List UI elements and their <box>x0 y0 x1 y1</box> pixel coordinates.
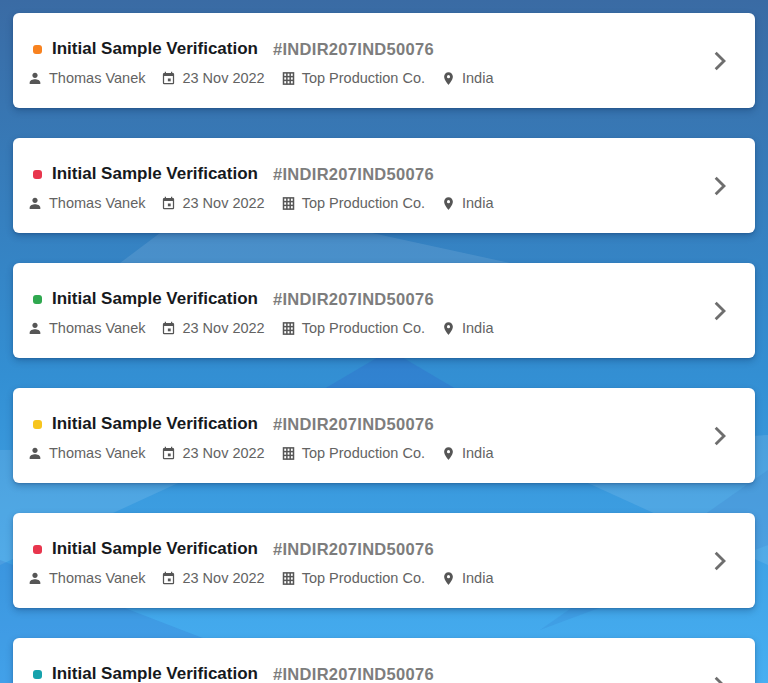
status-dot <box>33 45 42 54</box>
date-meta: 23 Nov 2022 <box>161 195 264 211</box>
company-name: Top Production Co. <box>302 195 425 211</box>
owner-meta: Thomas Vanek <box>27 570 145 586</box>
card-reference: #INDIR207IND50076 <box>273 290 434 309</box>
status-dot <box>33 670 42 679</box>
card-meta-row: Thomas Vanek 23 Nov 2022 Top Production … <box>13 559 755 586</box>
verification-card[interactable]: Initial Sample Verification #INDIR207IND… <box>13 388 755 483</box>
company-meta: Top Production Co. <box>281 320 425 336</box>
person-icon <box>27 195 43 211</box>
company-name: Top Production Co. <box>302 445 425 461</box>
company-meta: Top Production Co. <box>281 570 425 586</box>
chevron-right-icon[interactable] <box>709 173 729 199</box>
chevron-right-icon[interactable] <box>709 298 729 324</box>
card-reference: #INDIR207IND50076 <box>273 415 434 434</box>
verification-card[interactable]: Initial Sample Verification #INDIR207IND… <box>13 263 755 358</box>
date-meta: 23 Nov 2022 <box>161 320 264 336</box>
company-meta: Top Production Co. <box>281 445 425 461</box>
card-title-row: Initial Sample Verification #INDIR207IND… <box>13 263 755 309</box>
owner-name: Thomas Vanek <box>49 70 145 86</box>
date-value: 23 Nov 2022 <box>182 70 264 86</box>
card-meta-row: Thomas Vanek 23 Nov 2022 Top Production … <box>13 434 755 461</box>
calendar-icon <box>161 196 176 211</box>
card-title: Initial Sample Verification <box>52 664 258 683</box>
card-title: Initial Sample Verification <box>52 289 258 309</box>
country-meta: India <box>441 570 493 586</box>
verification-card-list: Initial Sample Verification #INDIR207IND… <box>0 0 768 683</box>
person-icon <box>27 570 43 586</box>
country-name: India <box>462 195 493 211</box>
location-pin-icon <box>441 71 456 86</box>
date-meta: 23 Nov 2022 <box>161 570 264 586</box>
card-reference: #INDIR207IND50076 <box>273 165 434 184</box>
card-reference: #INDIR207IND50076 <box>273 665 434 683</box>
country-meta: India <box>441 70 493 86</box>
card-meta-row: Thomas Vanek 23 Nov 2022 Top Production … <box>13 309 755 336</box>
status-dot <box>33 295 42 304</box>
date-value: 23 Nov 2022 <box>182 445 264 461</box>
owner-meta: Thomas Vanek <box>27 70 145 86</box>
country-meta: India <box>441 320 493 336</box>
owner-name: Thomas Vanek <box>49 570 145 586</box>
company-meta: Top Production Co. <box>281 70 425 86</box>
card-meta-row: Thomas Vanek 23 Nov 2022 Top Production … <box>13 184 755 211</box>
card-title: Initial Sample Verification <box>52 39 258 59</box>
building-icon <box>281 71 296 86</box>
card-reference: #INDIR207IND50076 <box>273 40 434 59</box>
card-title-row: Initial Sample Verification #INDIR207IND… <box>13 13 755 59</box>
country-meta: India <box>441 195 493 211</box>
card-reference: #INDIR207IND50076 <box>273 540 434 559</box>
country-name: India <box>462 320 493 336</box>
date-value: 23 Nov 2022 <box>182 195 264 211</box>
card-title: Initial Sample Verification <box>52 414 258 434</box>
company-name: Top Production Co. <box>302 70 425 86</box>
owner-name: Thomas Vanek <box>49 445 145 461</box>
chevron-right-icon[interactable] <box>709 548 729 574</box>
person-icon <box>27 320 43 336</box>
country-name: India <box>462 70 493 86</box>
person-icon <box>27 70 43 86</box>
date-value: 23 Nov 2022 <box>182 570 264 586</box>
card-title-row: Initial Sample Verification #INDIR207IND… <box>13 513 755 559</box>
card-title: Initial Sample Verification <box>52 164 258 184</box>
chevron-right-icon[interactable] <box>709 423 729 449</box>
company-name: Top Production Co. <box>302 570 425 586</box>
calendar-icon <box>161 321 176 336</box>
owner-meta: Thomas Vanek <box>27 195 145 211</box>
status-dot <box>33 545 42 554</box>
card-title-row: Initial Sample Verification #INDIR207IND… <box>13 388 755 434</box>
calendar-icon <box>161 571 176 586</box>
chevron-right-icon[interactable] <box>709 673 729 683</box>
date-meta: 23 Nov 2022 <box>161 445 264 461</box>
date-meta: 23 Nov 2022 <box>161 70 264 86</box>
status-dot <box>33 170 42 179</box>
verification-card[interactable]: Initial Sample Verification #INDIR207IND… <box>13 13 755 108</box>
card-title: Initial Sample Verification <box>52 539 258 559</box>
calendar-icon <box>161 71 176 86</box>
verification-card[interactable]: Initial Sample Verification #INDIR207IND… <box>13 138 755 233</box>
owner-name: Thomas Vanek <box>49 320 145 336</box>
building-icon <box>281 571 296 586</box>
chevron-right-icon[interactable] <box>709 48 729 74</box>
calendar-icon <box>161 446 176 461</box>
owner-meta: Thomas Vanek <box>27 445 145 461</box>
country-meta: India <box>441 445 493 461</box>
card-title-row: Initial Sample Verification #INDIR207IND… <box>13 638 755 683</box>
person-icon <box>27 445 43 461</box>
verification-card[interactable]: Initial Sample Verification #INDIR207IND… <box>13 638 755 683</box>
card-meta-row: Thomas Vanek 23 Nov 2022 Top Production … <box>13 59 755 86</box>
card-title-row: Initial Sample Verification #INDIR207IND… <box>13 138 755 184</box>
verification-card[interactable]: Initial Sample Verification #INDIR207IND… <box>13 513 755 608</box>
owner-meta: Thomas Vanek <box>27 320 145 336</box>
date-value: 23 Nov 2022 <box>182 320 264 336</box>
country-name: India <box>462 570 493 586</box>
location-pin-icon <box>441 571 456 586</box>
company-meta: Top Production Co. <box>281 195 425 211</box>
location-pin-icon <box>441 446 456 461</box>
location-pin-icon <box>441 321 456 336</box>
status-dot <box>33 420 42 429</box>
building-icon <box>281 196 296 211</box>
owner-name: Thomas Vanek <box>49 195 145 211</box>
country-name: India <box>462 445 493 461</box>
building-icon <box>281 446 296 461</box>
building-icon <box>281 321 296 336</box>
